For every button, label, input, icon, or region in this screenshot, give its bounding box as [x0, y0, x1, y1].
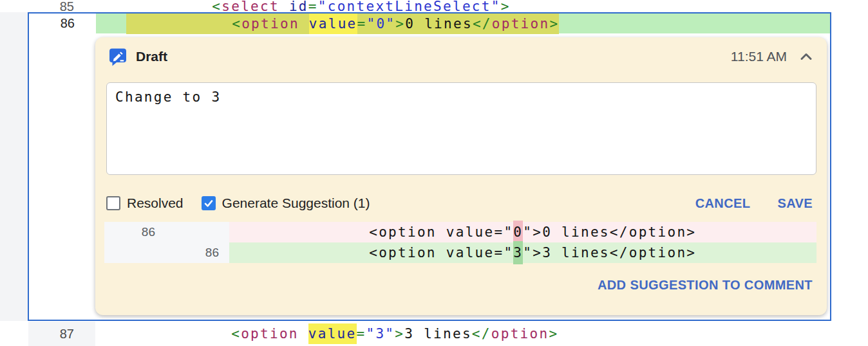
suggestion-diff-preview: 86 <option value="0">0 lines</option>86 … — [104, 222, 816, 263]
resolved-label: Resolved — [127, 196, 184, 211]
suggestion-diff-row: 86 <option value="0">0 lines</option> — [104, 222, 816, 242]
line-number-86[interactable]: 86 — [29, 14, 96, 33]
comment-text-input[interactable]: Change to 3 — [106, 82, 816, 175]
comment-header: Draft 11:51 AM — [108, 46, 815, 67]
blame-rail-shaded — [0, 12, 28, 321]
collapse-comment-button[interactable] — [797, 48, 815, 66]
code-line-86: 86 <option value="0">0 lines</option> — [29, 14, 830, 33]
chevron-up-icon — [798, 49, 814, 64]
suggestion-diff-row: 86 <option value="3">3 lines</option> — [104, 242, 816, 263]
blame-rail — [0, 0, 28, 13]
resolved-checkbox[interactable] — [106, 196, 120, 210]
line-number-85[interactable]: 85 — [28, 0, 95, 13]
draft-comment-card: Draft 11:51 AM Change to 3 Resolved — [95, 37, 827, 315]
selected-comment-thread-region: 86 <option value="0">0 lines</option> Dr… — [28, 12, 831, 321]
draft-comment-icon — [108, 47, 127, 66]
code-content-86: <option value="0">0 lines</option> — [97, 16, 559, 32]
diff-view: 85 <select id="contextLineSelect"> 86 <o… — [0, 0, 868, 346]
cancel-button[interactable]: CANCEL — [695, 196, 751, 211]
generate-suggestion-label: Generate Suggestion (1) — [222, 196, 370, 211]
code-content-87: <option value="3">3 lines</option> — [97, 326, 558, 341]
preview-line-number-old: 86 — [104, 222, 167, 242]
add-suggestion-to-comment-button[interactable]: ADD SUGGESTION TO COMMENT — [598, 278, 813, 293]
preview-line-number-new — [167, 222, 229, 242]
generate-suggestion-checkbox[interactable] — [202, 196, 216, 210]
preview-code-content: <option value="3">3 lines</option> — [234, 245, 696, 260]
check-icon — [203, 198, 214, 208]
comment-options-row: Resolved Generate Suggestion (1) CANCEL … — [106, 193, 813, 214]
comment-timestamp: 11:51 AM — [731, 49, 787, 64]
preview-code-content: <option value="0">0 lines</option> — [234, 224, 696, 240]
line-number-87[interactable]: 87 — [28, 322, 95, 346]
blame-rail — [0, 322, 28, 346]
comment-author-label: Draft — [136, 49, 167, 64]
preview-line-number-old — [104, 242, 167, 263]
save-button[interactable]: SAVE — [777, 196, 813, 211]
code-line-85: 85 <select id="contextLineSelect"> — [0, 0, 868, 13]
preview-line-number-new: 86 — [167, 242, 229, 263]
code-line-87: 87 <option value="3">3 lines</option> — [0, 322, 868, 346]
